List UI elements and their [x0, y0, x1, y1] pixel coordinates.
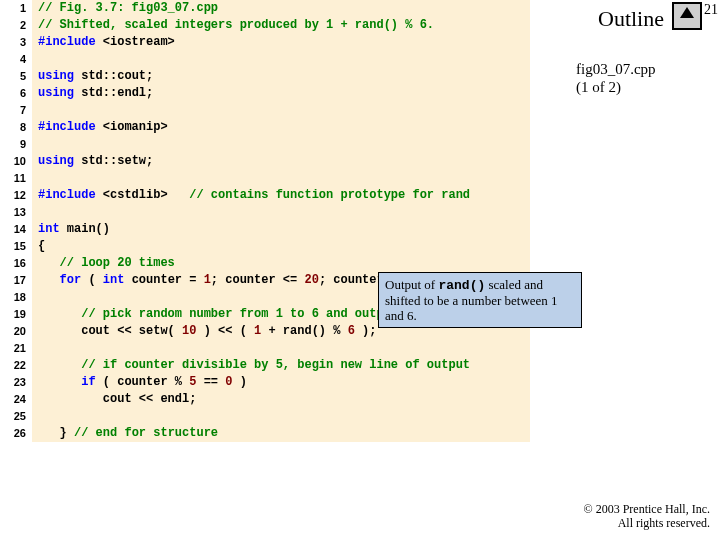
code-text — [32, 102, 38, 119]
line-number: 13 — [0, 204, 32, 221]
line-number: 4 — [0, 51, 32, 68]
callout-code: rand() — [438, 278, 485, 293]
line-number: 3 — [0, 34, 32, 51]
line-number: 7 — [0, 102, 32, 119]
callout-text: Output of — [385, 277, 438, 292]
line-number: 15 — [0, 238, 32, 255]
copyright-line: © 2003 Prentice Hall, Inc. — [584, 502, 710, 516]
line-number: 2 — [0, 17, 32, 34]
line-number: 21 — [0, 340, 32, 357]
callout-box: Output of rand() scaled and shifted to b… — [378, 272, 582, 328]
line-number: 18 — [0, 289, 32, 306]
code-text: #include <iostream> — [32, 34, 175, 51]
code-text — [32, 204, 38, 221]
copyright-line: All rights reserved. — [584, 516, 710, 530]
code-text: { — [32, 238, 45, 255]
code-text: using std::cout; — [32, 68, 153, 85]
line-number: 5 — [0, 68, 32, 85]
line-number: 8 — [0, 119, 32, 136]
up-arrow-icon — [676, 4, 698, 24]
code-text: // Fig. 3.7: fig03_07.cpp — [32, 0, 218, 17]
line-number: 11 — [0, 170, 32, 187]
file-label: fig03_07.cpp (1 of 2) — [576, 60, 656, 96]
code-text: #include <iomanip> — [32, 119, 168, 136]
line-number: 17 — [0, 272, 32, 289]
page-number: 21 — [704, 2, 718, 18]
copyright: © 2003 Prentice Hall, Inc. All rights re… — [584, 502, 710, 530]
line-number: 22 — [0, 357, 32, 374]
code-text: for ( int counter = 1; counter <= 20; co… — [32, 272, 427, 289]
line-number: 20 — [0, 323, 32, 340]
file-name: fig03_07.cpp — [576, 60, 656, 78]
code-text: // loop 20 times — [32, 255, 175, 272]
line-number: 23 — [0, 374, 32, 391]
line-number: 6 — [0, 85, 32, 102]
line-number: 24 — [0, 391, 32, 408]
code-text: // Shifted, scaled integers produced by … — [32, 17, 434, 34]
line-number: 9 — [0, 136, 32, 153]
code-text — [32, 136, 38, 153]
file-part: (1 of 2) — [576, 78, 656, 96]
code-text — [32, 289, 38, 306]
code-text: // if counter divisible by 5, begin new … — [32, 357, 470, 374]
outline-icon-box[interactable] — [672, 2, 702, 30]
line-number: 12 — [0, 187, 32, 204]
line-number: 14 — [0, 221, 32, 238]
code-text: #include <cstdlib> // contains function … — [32, 187, 470, 204]
code-text: cout << setw( 10 ) << ( 1 + rand() % 6 )… — [32, 323, 376, 340]
code-text: } // end for structure — [32, 425, 218, 442]
line-number: 16 — [0, 255, 32, 272]
line-number: 19 — [0, 306, 32, 323]
outline-label: Outline — [598, 6, 664, 32]
line-number: 26 — [0, 425, 32, 442]
svg-marker-0 — [680, 7, 694, 18]
code-text: int main() — [32, 221, 110, 238]
code-text — [32, 408, 38, 425]
code-text — [32, 340, 38, 357]
code-text: using std::setw; — [32, 153, 153, 170]
code-text: using std::endl; — [32, 85, 153, 102]
code-text: cout << endl; — [32, 391, 196, 408]
slide: 21 Outline fig03_07.cpp (1 of 2) 1// Fig… — [0, 0, 720, 540]
line-number: 25 — [0, 408, 32, 425]
code-text: // pick random number from 1 to 6 and ou… — [32, 306, 420, 323]
code-text — [32, 170, 38, 187]
code-text — [32, 51, 38, 68]
line-number: 1 — [0, 0, 32, 17]
code-text: if ( counter % 5 == 0 ) — [32, 374, 247, 391]
line-number: 10 — [0, 153, 32, 170]
code-listing: 1// Fig. 3.7: fig03_07.cpp 2// Shifted, … — [0, 0, 530, 442]
